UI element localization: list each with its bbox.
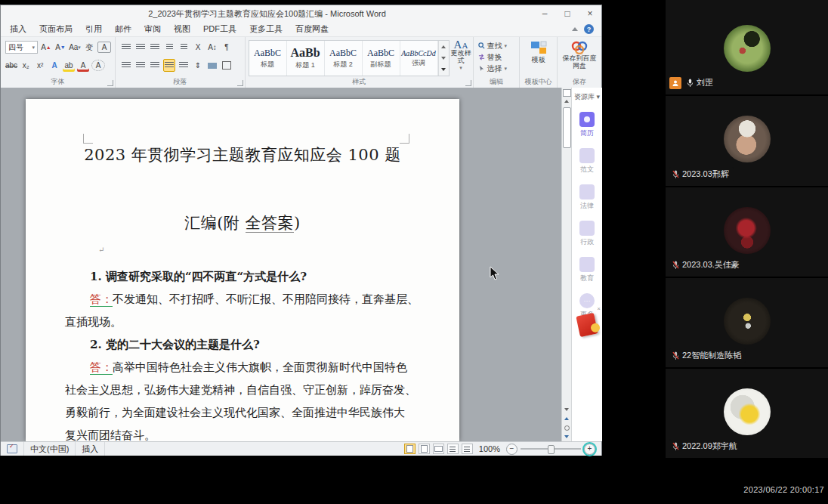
web-layout-view-icon[interactable] bbox=[433, 444, 444, 454]
zoom-in-button[interactable]: + bbox=[584, 444, 595, 455]
save-group: 保存到百度网盘 保存 bbox=[558, 37, 601, 88]
maximize-button[interactable]: □ bbox=[556, 5, 579, 22]
help-icon[interactable]: ? bbox=[584, 24, 594, 34]
scroll-down-icon[interactable] bbox=[563, 405, 571, 414]
replace-button[interactable]: 替换 bbox=[474, 51, 520, 63]
next-page-icon[interactable] bbox=[563, 432, 571, 441]
increase-indent-button[interactable] bbox=[178, 41, 190, 54]
doc-answer-2-cont: 勇毅前行，为全面建设社会主义现代化国家、全面推进中华民族伟大 bbox=[26, 401, 459, 424]
tab-view[interactable]: 视图 bbox=[174, 23, 190, 35]
font-color-button[interactable]: A bbox=[77, 59, 89, 72]
borders-button[interactable] bbox=[221, 59, 233, 72]
resource-item-admin[interactable]: 行政 bbox=[572, 221, 602, 247]
document-area[interactable]: 2023 年贯彻学习主题教育应知应会 100 题 汇编(附 全答案) ↵ 1. … bbox=[1, 88, 561, 441]
justify-button[interactable] bbox=[163, 59, 175, 72]
title-bar[interactable]: 2_2023年贯彻学习主题教育应知应会100题汇编 - Microsoft Wo… bbox=[1, 5, 601, 23]
gallery-down-icon[interactable] bbox=[441, 57, 446, 60]
line-spacing-button[interactable]: ⇕ bbox=[192, 59, 204, 72]
paragraph-dialog-launcher-icon[interactable] bbox=[237, 80, 243, 86]
sort-button[interactable]: A↕ bbox=[206, 41, 218, 54]
subscript-button[interactable]: x₂ bbox=[20, 59, 32, 72]
character-border-button[interactable]: A bbox=[97, 42, 111, 53]
language-status[interactable]: 中文(中国) bbox=[24, 442, 76, 456]
style-emphasis[interactable]: AaBbCcDd 强调 bbox=[400, 41, 438, 76]
styles-dialog-launcher-icon[interactable] bbox=[465, 80, 471, 86]
doc-answer-2-cont: 社会主义思想，弘扬伟大建党精神，自信自强、守正创新，踔厉奋发、 bbox=[26, 379, 459, 401]
participant-tile[interactable]: 2023.03.吴佳豪 bbox=[666, 187, 828, 277]
shrink-font-button[interactable]: A▼ bbox=[54, 41, 66, 54]
close-button[interactable]: × bbox=[579, 5, 601, 22]
change-case-button[interactable]: Aa▾ bbox=[69, 41, 81, 54]
highlight-color-button[interactable]: ab bbox=[63, 59, 75, 72]
participant-tile[interactable]: 2022.09郑宇航 bbox=[666, 369, 828, 458]
distribute-button[interactable] bbox=[178, 59, 190, 72]
align-right-button[interactable] bbox=[149, 59, 161, 72]
phonetic-guide-button[interactable]: 变 bbox=[83, 41, 95, 54]
decrease-indent-button[interactable] bbox=[163, 41, 175, 54]
scrollbar-thumb[interactable] bbox=[563, 107, 571, 148]
document-scrollbar[interactable] bbox=[561, 88, 571, 441]
print-layout-view-icon[interactable] bbox=[404, 444, 416, 454]
select-browse-object-icon[interactable] bbox=[563, 423, 571, 432]
scroll-up-icon[interactable] bbox=[563, 97, 571, 106]
multilevel-list-button[interactable] bbox=[149, 41, 161, 54]
zoom-level[interactable]: 100% bbox=[479, 444, 500, 453]
participant-tile[interactable]: 22智能制造陈韬 bbox=[666, 278, 828, 367]
participant-tile[interactable]: 刘罡 bbox=[666, 0, 828, 94]
font-dialog-launcher-icon[interactable] bbox=[107, 80, 113, 86]
align-left-button[interactable] bbox=[120, 59, 132, 72]
tab-pdf-tools[interactable]: PDF工具 bbox=[203, 23, 236, 35]
tab-mailings[interactable]: 邮件 bbox=[115, 23, 131, 35]
collapse-ribbon-icon[interactable] bbox=[572, 27, 578, 31]
participant-tile[interactable]: 2023.03邢辉 bbox=[666, 96, 828, 186]
change-styles-button[interactable]: AA 更改样式 ▾ bbox=[450, 37, 473, 72]
resource-item-sample-docs[interactable]: 范文 bbox=[572, 148, 602, 175]
select-button[interactable]: 选择▾ bbox=[474, 63, 520, 74]
shading-button[interactable] bbox=[206, 59, 218, 72]
resource-panel-header[interactable]: 资源库 ▾ bbox=[572, 88, 602, 102]
edit-group-label: 编辑 bbox=[474, 77, 520, 87]
asian-layout-button[interactable]: X bbox=[192, 41, 204, 54]
split-handle[interactable] bbox=[563, 89, 571, 97]
outline-view-icon[interactable] bbox=[447, 444, 459, 454]
styles-gallery-scroll[interactable] bbox=[438, 41, 449, 76]
gallery-up-icon[interactable] bbox=[441, 45, 446, 48]
tab-more-tools[interactable]: 更多工具 bbox=[249, 23, 283, 35]
font-size-select[interactable]: 四号▾ bbox=[5, 41, 38, 54]
tab-page-layout[interactable]: 页面布局 bbox=[39, 23, 73, 35]
zoom-out-button[interactable]: − bbox=[506, 444, 518, 455]
previous-page-icon[interactable] bbox=[563, 414, 571, 423]
tab-review[interactable]: 审阅 bbox=[144, 23, 161, 35]
zoom-slider-thumb[interactable] bbox=[548, 445, 555, 454]
draft-view-icon[interactable] bbox=[462, 444, 473, 454]
show-marks-button[interactable]: ¶ bbox=[221, 41, 233, 54]
tab-insert[interactable]: 插入 bbox=[10, 23, 26, 35]
style-heading2[interactable]: AaBbC 标题 2 bbox=[325, 41, 363, 76]
align-center-button[interactable] bbox=[134, 59, 147, 72]
fullscreen-view-icon[interactable] bbox=[419, 444, 430, 454]
gallery-more-icon[interactable] bbox=[441, 68, 446, 71]
find-button[interactable]: 查找▾ bbox=[474, 40, 520, 51]
zoom-slider[interactable] bbox=[521, 448, 581, 450]
style-heading1[interactable]: AaBb 标题 1 bbox=[287, 41, 325, 76]
doc-answer-1-cont: 直插现场。 bbox=[26, 311, 459, 333]
resource-item-legal[interactable]: 法律 bbox=[572, 184, 602, 211]
style-subtitle[interactable]: AaBbC 副标题 bbox=[363, 41, 400, 76]
insert-mode-status[interactable]: 插入 bbox=[76, 442, 105, 456]
numbering-button[interactable] bbox=[134, 41, 147, 54]
style-heading[interactable]: AaBbC 标题 bbox=[249, 41, 287, 76]
strikethrough-button[interactable]: abc bbox=[5, 59, 17, 72]
resource-item-education[interactable]: 教育 bbox=[572, 257, 602, 283]
text-effects-button[interactable]: A bbox=[48, 59, 60, 72]
tab-baidu-netdisk[interactable]: 百度网盘 bbox=[295, 23, 329, 35]
close-icon[interactable]: × bbox=[597, 305, 601, 312]
bullets-button[interactable] bbox=[120, 41, 132, 54]
grow-font-button[interactable]: A▲ bbox=[40, 41, 52, 54]
enclose-characters-button[interactable]: A bbox=[91, 60, 105, 71]
spellcheck-status[interactable] bbox=[1, 442, 24, 456]
resource-item-resume[interactable]: 简历 bbox=[572, 112, 602, 138]
document-page[interactable]: 2023 年贯彻学习主题教育应知应会 100 题 汇编(附 全答案) ↵ 1. … bbox=[26, 99, 459, 441]
minimize-button[interactable]: – bbox=[533, 5, 556, 22]
superscript-button[interactable]: x² bbox=[34, 59, 46, 72]
tab-references[interactable]: 引用 bbox=[85, 23, 102, 35]
